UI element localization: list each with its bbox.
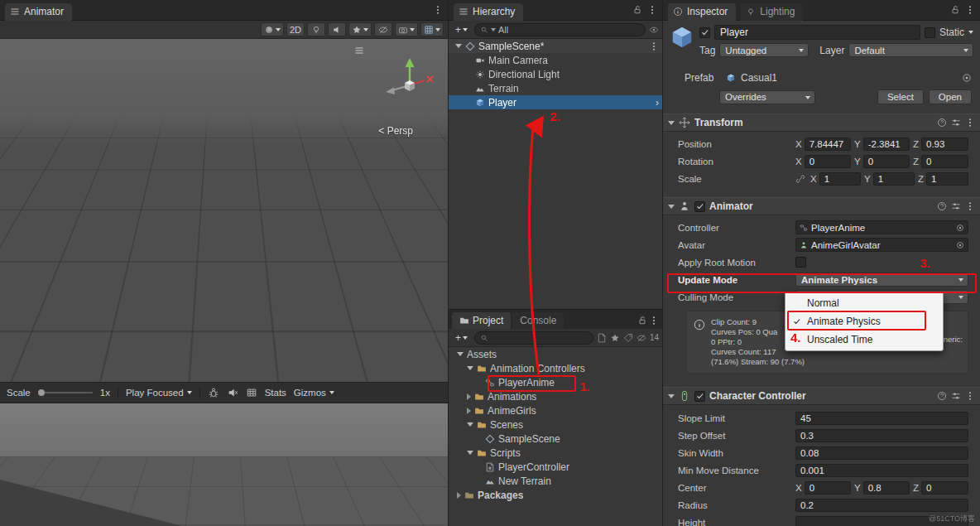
hierarchy-item-main-camera[interactable]: Main Camera xyxy=(449,53,662,67)
grid-dropdown-button[interactable] xyxy=(420,22,444,36)
stats-button[interactable]: Stats xyxy=(265,388,286,398)
hierarchy-item-terrain[interactable]: Terrain xyxy=(449,81,662,95)
center-y-field[interactable]: 0.8 xyxy=(863,481,910,495)
open-button[interactable]: Open xyxy=(929,89,972,104)
transform-header[interactable]: Transform xyxy=(663,113,980,132)
scale-x-field[interactable]: 1 xyxy=(819,172,861,186)
position-y-field[interactable]: -2.3841 xyxy=(863,138,910,151)
tab-inspector[interactable]: Inspector xyxy=(668,3,736,21)
move-gizmo-x-axis[interactable] xyxy=(79,301,171,312)
project-item-new-terrain[interactable]: New Terrain xyxy=(449,474,662,488)
rotation-z-field[interactable]: 0 xyxy=(921,155,968,168)
character-controller-header[interactable]: Character Controller xyxy=(663,387,980,405)
center-x-field[interactable]: 0 xyxy=(805,481,851,495)
dropdown-item-normal[interactable]: Normal xyxy=(785,294,943,312)
tag-dropdown[interactable]: Untagged xyxy=(719,43,809,57)
hierarchy-search-field[interactable]: All xyxy=(474,23,646,36)
prefab-name[interactable]: Casual1 xyxy=(741,72,777,84)
foldout-icon[interactable] xyxy=(668,121,675,125)
play-focused-dropdown[interactable]: Play Focused xyxy=(126,388,192,398)
help-icon[interactable] xyxy=(937,118,947,128)
effects-dropdown-button[interactable] xyxy=(348,22,372,36)
visibility-toggle-button[interactable] xyxy=(374,22,392,36)
prefab-open-chevron[interactable]: › xyxy=(656,97,659,109)
presets-icon[interactable] xyxy=(951,391,961,401)
scene-viewport[interactable]: < Persp xyxy=(0,39,448,383)
kebab-menu-icon[interactable] xyxy=(649,316,659,326)
draw-mode-button[interactable] xyxy=(261,22,284,36)
foldout-icon[interactable] xyxy=(668,205,675,209)
static-dropdown-caret[interactable] xyxy=(968,31,973,34)
foldout-icon[interactable] xyxy=(467,393,471,400)
lock-icon[interactable] xyxy=(632,5,642,15)
center-z-field[interactable]: 0 xyxy=(921,481,968,495)
dropdown-item-animate-physics[interactable]: Animate Physics xyxy=(785,312,943,331)
project-item-playercontroller[interactable]: PlayerController xyxy=(449,460,662,474)
radius-field[interactable]: 0.2 xyxy=(795,499,968,512)
kebab-menu-icon[interactable] xyxy=(647,5,657,15)
project-item-samplescene[interactable]: SampleScene xyxy=(449,432,662,446)
animator-enabled-checkbox[interactable] xyxy=(694,201,705,212)
audio-toggle-button[interactable] xyxy=(328,22,346,36)
scale-slider-knob[interactable] xyxy=(38,389,45,396)
scene-overlay-menu-icon[interactable] xyxy=(354,46,364,55)
scene-kebab-icon[interactable] xyxy=(431,369,441,379)
dropdown-item-unscaled-time[interactable]: Unscaled Time xyxy=(785,331,943,349)
scale-z-field[interactable]: 1 xyxy=(926,172,968,186)
project-item-animation-controllers[interactable]: Animation Controllers xyxy=(449,361,662,375)
persp-label[interactable]: < Persp xyxy=(378,125,413,137)
foldout-icon[interactable] xyxy=(467,451,473,455)
static-checkbox[interactable] xyxy=(925,27,935,38)
tab-hierarchy[interactable]: Hierarchy xyxy=(454,3,523,21)
favorite-star-icon[interactable] xyxy=(610,333,620,343)
lock-icon[interactable] xyxy=(637,316,647,326)
character-controller-enabled-checkbox[interactable] xyxy=(694,391,705,402)
min-move-distance-field[interactable]: 0.001 xyxy=(795,464,968,477)
link-icon[interactable] xyxy=(795,174,805,184)
foldout-icon[interactable] xyxy=(457,352,464,356)
kebab-menu-icon[interactable] xyxy=(965,201,975,211)
project-item-animations[interactable]: Animations xyxy=(449,389,662,403)
tab-console[interactable]: Console xyxy=(512,312,564,329)
tab-animator[interactable]: Animator xyxy=(5,3,72,21)
help-icon[interactable] xyxy=(937,391,947,401)
mute-audio-icon[interactable] xyxy=(227,387,238,398)
scale-y-field[interactable]: 1 xyxy=(873,172,915,186)
kebab-menu-icon[interactable] xyxy=(965,118,975,128)
presets-icon[interactable] xyxy=(951,201,961,211)
scale-slider[interactable] xyxy=(38,392,93,393)
scene-picker-icon[interactable] xyxy=(649,25,659,35)
hidden-count-eye-icon[interactable] xyxy=(637,333,646,343)
camera-dropdown-button[interactable] xyxy=(395,22,418,36)
help-icon[interactable] xyxy=(937,201,947,211)
project-search-field[interactable] xyxy=(474,331,593,345)
presets-icon[interactable] xyxy=(951,118,961,128)
kebab-menu-icon[interactable] xyxy=(433,5,443,15)
hierarchy-item-directional-light[interactable]: Directional Light xyxy=(449,67,662,81)
object-picker-icon[interactable] xyxy=(956,224,964,232)
rotation-x-field[interactable]: 0 xyxy=(805,155,851,168)
kebab-menu-icon[interactable] xyxy=(965,391,975,401)
project-item-scripts[interactable]: Scripts xyxy=(449,446,662,460)
lighting-toggle-button[interactable] xyxy=(307,22,325,36)
scene-row[interactable]: SampleScene* xyxy=(449,39,662,53)
object-picker-icon[interactable] xyxy=(956,241,964,249)
gameobject-name-field[interactable]: Player xyxy=(714,25,920,40)
kebab-menu-icon[interactable] xyxy=(649,41,659,51)
project-item-playeranime[interactable]: PlayerAnime xyxy=(449,375,662,389)
animator-header[interactable]: Animator xyxy=(663,197,980,215)
label-tag-icon[interactable] xyxy=(623,333,633,343)
debug-bug-icon[interactable] xyxy=(208,387,219,398)
controller-object-field[interactable]: PlayerAnime xyxy=(795,220,968,234)
search-by-type-icon[interactable] xyxy=(597,333,607,343)
position-z-field[interactable]: 0.93 xyxy=(921,138,968,151)
project-item-animegirls[interactable]: AnimeGirls xyxy=(449,403,662,417)
project-item-assets[interactable]: Assets xyxy=(449,347,662,361)
vsync-grid-icon[interactable] xyxy=(246,387,257,398)
project-item-scenes[interactable]: Scenes xyxy=(449,417,662,432)
tab-project[interactable]: Project xyxy=(452,312,511,329)
foldout-icon[interactable] xyxy=(467,422,473,427)
object-picker-icon[interactable] xyxy=(962,73,972,83)
create-asset-button[interactable]: + xyxy=(452,332,471,344)
game-viewport[interactable] xyxy=(0,403,448,526)
